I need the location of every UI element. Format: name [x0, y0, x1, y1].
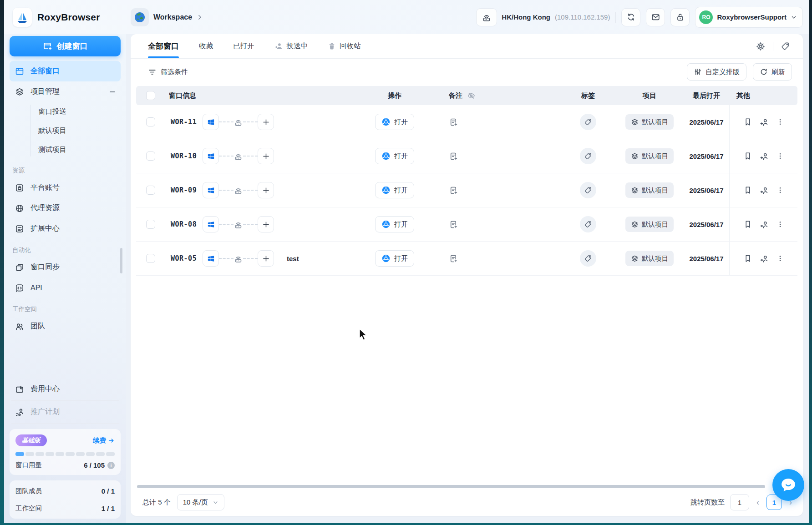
info-icon[interactable]: i	[107, 462, 115, 469]
project-chip[interactable]: 默认项目	[625, 182, 674, 198]
filter-button[interactable]: 筛选条件	[148, 68, 188, 76]
transfer-user-icon[interactable]	[759, 117, 769, 127]
sidebar-item-all-windows[interactable]: 全部窗口	[10, 61, 121, 81]
open-window-button[interactable]: 打开	[375, 250, 414, 267]
account-menu[interactable]: RO RoxybrowserSupport	[695, 7, 803, 28]
page-size-select[interactable]: 10 条/页	[177, 494, 224, 510]
project-chip[interactable]: 默认项目	[625, 217, 674, 232]
table-row[interactable]: WOR-09	[136, 173, 797, 207]
windows-os-icon[interactable]	[203, 148, 219, 164]
prev-page-button[interactable]: ‹	[755, 498, 761, 507]
table-row[interactable]: WOR-05 test	[136, 242, 797, 276]
proxy-router-icon[interactable]	[233, 186, 243, 195]
transfer-user-icon[interactable]	[759, 254, 769, 263]
support-chat-button[interactable]	[772, 469, 804, 501]
tag-button[interactable]	[580, 250, 596, 267]
sync-button[interactable]	[621, 8, 640, 26]
collapse-minus-icon[interactable]	[109, 88, 116, 96]
tab-recycle-bin[interactable]: 回收站	[328, 34, 361, 58]
tab-opened[interactable]: 已打开	[233, 34, 254, 58]
proxy-info[interactable]: HK/Hong Kong (109.110.162.159)	[476, 8, 610, 26]
add-note-icon[interactable]	[449, 186, 458, 195]
add-extension-button[interactable]	[258, 250, 274, 267]
tag-manage-icon[interactable]	[781, 41, 790, 51]
tag-button[interactable]	[580, 216, 596, 232]
table-row[interactable]: WOR-10	[136, 139, 797, 173]
windows-os-icon[interactable]	[203, 216, 219, 232]
bookmark-icon[interactable]	[743, 254, 752, 263]
windows-os-icon[interactable]	[203, 182, 219, 198]
more-actions-icon[interactable]	[776, 186, 784, 194]
proxy-router-icon[interactable]	[233, 220, 243, 229]
bookmark-icon[interactable]	[743, 186, 752, 195]
add-extension-button[interactable]	[258, 216, 274, 232]
transfer-user-icon[interactable]	[759, 186, 769, 195]
sidebar-item-platform-accounts[interactable]: 平台账号	[10, 177, 121, 198]
jump-page-input[interactable]	[730, 494, 749, 510]
sidebar-item-api[interactable]: API	[10, 278, 121, 298]
tag-button[interactable]	[580, 148, 596, 164]
bookmark-icon[interactable]	[743, 117, 752, 126]
sidebar-subitem-test-project[interactable]: 测试项目	[10, 140, 121, 159]
add-note-icon[interactable]	[449, 254, 458, 263]
custom-layout-button[interactable]: 自定义排版	[687, 63, 746, 81]
tag-button[interactable]	[580, 114, 596, 130]
add-note-icon[interactable]	[449, 117, 458, 127]
sidebar-item-referral-plan[interactable]: 推广计划	[10, 402, 121, 422]
row-checkbox[interactable]	[146, 151, 155, 161]
sidebar-subitem-window-send[interactable]: 窗口投送	[10, 102, 121, 121]
bookmark-icon[interactable]	[743, 151, 752, 161]
eye-off-icon[interactable]	[467, 91, 476, 100]
open-window-button[interactable]: 打开	[375, 182, 414, 198]
sidebar-item-window-sync[interactable]: 窗口同步	[10, 257, 121, 278]
sidebar-item-team[interactable]: 团队	[10, 316, 121, 337]
refresh-button[interactable]: 刷新	[753, 63, 792, 81]
open-window-button[interactable]: 打开	[375, 216, 414, 232]
open-window-button[interactable]: 打开	[375, 148, 414, 164]
add-extension-button[interactable]	[258, 148, 274, 164]
add-extension-button[interactable]	[258, 114, 274, 130]
create-window-button[interactable]: 创建窗口	[10, 36, 121, 56]
windows-os-icon[interactable]	[203, 250, 219, 267]
add-extension-button[interactable]	[258, 182, 274, 198]
project-chip[interactable]: 默认项目	[625, 148, 674, 164]
sidebar-item-project-mgmt[interactable]: 项目管理	[10, 81, 121, 102]
project-chip[interactable]: 默认项目	[625, 251, 674, 266]
table-row[interactable]: WOR-11	[136, 105, 797, 139]
more-actions-icon[interactable]	[776, 152, 784, 160]
more-actions-icon[interactable]	[776, 254, 784, 262]
sidebar-subitem-default-project[interactable]: 默认项目	[10, 121, 121, 140]
row-checkbox[interactable]	[146, 254, 155, 263]
add-note-icon[interactable]	[449, 151, 458, 161]
more-actions-icon[interactable]	[776, 118, 784, 126]
proxy-router-icon[interactable]	[233, 117, 243, 127]
row-checkbox[interactable]	[146, 186, 155, 195]
sidebar-scrollbar[interactable]	[120, 248, 122, 273]
renew-link[interactable]: 续费	[93, 436, 115, 445]
proxy-router-icon[interactable]	[233, 254, 243, 263]
transfer-user-icon[interactable]	[759, 220, 769, 229]
add-note-icon[interactable]	[449, 220, 458, 229]
settings-gear-icon[interactable]	[756, 41, 766, 51]
lock-button[interactable]	[670, 8, 690, 26]
mail-button[interactable]	[646, 8, 665, 26]
sidebar-item-extension-center[interactable]: 扩展中心	[10, 218, 121, 239]
workspace-breadcrumb[interactable]: Workspace	[131, 8, 203, 26]
table-row[interactable]: WOR-08	[136, 207, 797, 242]
transfer-user-icon[interactable]	[759, 151, 769, 161]
select-all-checkbox[interactable]	[146, 91, 155, 100]
bookmark-icon[interactable]	[743, 220, 752, 229]
horizontal-scrollbar-thumb[interactable]	[137, 485, 765, 488]
tab-favorites[interactable]: 收藏	[199, 34, 213, 58]
row-checkbox[interactable]	[146, 220, 155, 229]
more-actions-icon[interactable]	[776, 220, 784, 228]
project-chip[interactable]: 默认项目	[625, 114, 674, 130]
windows-os-icon[interactable]	[203, 114, 219, 130]
sidebar-item-billing-center[interactable]: 费用中心	[10, 379, 121, 399]
row-checkbox[interactable]	[146, 117, 155, 126]
tab-sending[interactable]: 投送中	[274, 34, 308, 58]
proxy-router-icon[interactable]	[233, 151, 243, 161]
tag-button[interactable]	[580, 182, 596, 198]
sidebar-item-proxy-resources[interactable]: 代理资源	[10, 198, 121, 218]
open-window-button[interactable]: 打开	[375, 114, 414, 130]
